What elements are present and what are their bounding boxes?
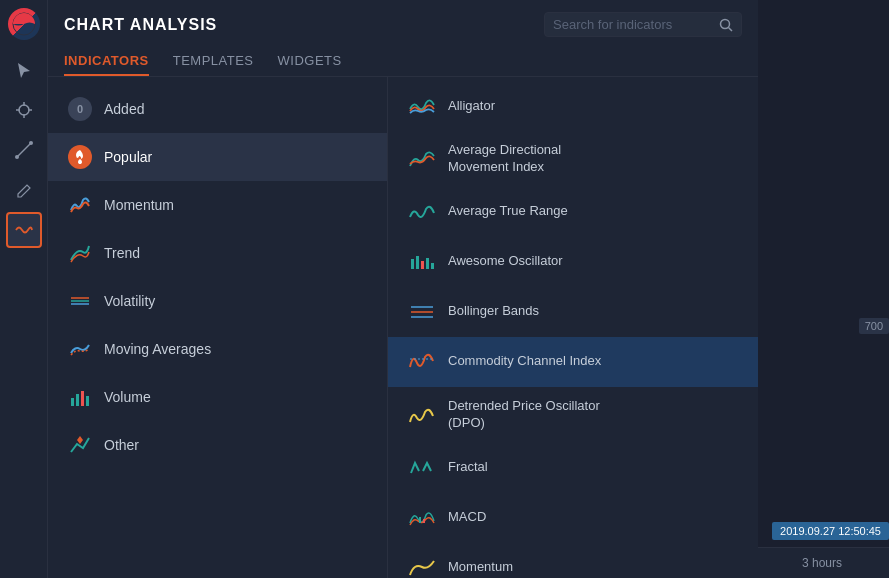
indicator-momentum[interactable]: Momentum — [388, 543, 758, 578]
category-popular-label: Popular — [104, 149, 152, 165]
cci-indicator-icon — [408, 348, 436, 376]
indicator-fractal[interactable]: Fractal — [388, 443, 758, 493]
popular-flame-icon — [68, 145, 92, 169]
momentum-indicator-icon — [408, 554, 436, 578]
svg-line-15 — [729, 27, 733, 31]
atr-indicator-icon — [408, 198, 436, 226]
crosshair-icon[interactable] — [6, 92, 42, 128]
indicator-bollinger[interactable]: Bollinger Bands — [388, 287, 758, 337]
momentum-label: Momentum — [448, 559, 513, 576]
chart-right-panel: 700 2019.09.27 12:50:45 3 hours — [754, 0, 889, 578]
svg-rect-20 — [76, 394, 79, 406]
fractal-label: Fractal — [448, 459, 488, 476]
svg-rect-24 — [411, 259, 414, 269]
category-volatility-label: Volatility — [104, 293, 155, 309]
fractal-indicator-icon — [408, 454, 436, 482]
added-count-badge: 0 — [68, 97, 92, 121]
svg-rect-22 — [86, 396, 89, 406]
svg-point-12 — [15, 155, 19, 159]
svg-point-14 — [721, 19, 730, 28]
hours-label: 3 hours — [755, 547, 889, 578]
wave-icon[interactable] — [6, 212, 42, 248]
price-label: 700 — [859, 318, 889, 334]
search-icon — [719, 18, 733, 32]
line-tool-icon[interactable] — [6, 132, 42, 168]
svg-rect-27 — [426, 258, 429, 269]
svg-rect-26 — [421, 261, 424, 269]
svg-line-11 — [17, 143, 31, 157]
momentum-icon — [68, 193, 92, 217]
category-other-label: Other — [104, 437, 139, 453]
indicator-atr[interactable]: Average True Range — [388, 187, 758, 237]
category-momentum-label: Momentum — [104, 197, 174, 213]
indicator-dpo[interactable]: Detrended Price Oscillator(DPO) — [388, 387, 758, 443]
macd-label: MACD — [448, 509, 486, 526]
svg-rect-33 — [419, 517, 421, 523]
svg-rect-21 — [81, 391, 84, 406]
adx-indicator-icon — [408, 145, 436, 173]
atr-label: Average True Range — [448, 203, 568, 220]
bollinger-label: Bollinger Bands — [448, 303, 539, 320]
category-moving-averages-label: Moving Averages — [104, 341, 211, 357]
dpo-label: Detrended Price Oscillator(DPO) — [448, 398, 600, 432]
bollinger-indicator-icon — [408, 298, 436, 326]
content-area: 0 Added Popular — [48, 77, 758, 578]
indicator-alligator[interactable]: Alligator — [388, 81, 758, 131]
pencil-icon[interactable] — [6, 172, 42, 208]
category-popular[interactable]: Popular — [48, 133, 387, 181]
panel-title: CHART ANALYSIS — [64, 16, 217, 34]
adx-label: Average DirectionalMovement Index — [448, 142, 561, 176]
svg-rect-28 — [431, 263, 434, 269]
search-input[interactable] — [553, 17, 713, 32]
svg-point-13 — [29, 141, 33, 145]
category-added[interactable]: 0 Added — [48, 85, 387, 133]
datetime-label: 2019.09.27 12:50:45 — [772, 522, 889, 540]
dpo-indicator-icon — [408, 401, 436, 429]
svg-rect-34 — [423, 519, 425, 523]
svg-marker-23 — [77, 436, 83, 444]
indicator-macd[interactable]: MACD — [388, 493, 758, 543]
macd-indicator-icon — [408, 504, 436, 532]
main-panel: CHART ANALYSIS INDICATORS TEMPLATES WIDG… — [48, 0, 758, 578]
volume-icon — [68, 385, 92, 409]
tab-indicators[interactable]: INDICATORS — [64, 47, 149, 76]
category-volume-label: Volume — [104, 389, 151, 405]
moving-avg-icon — [68, 337, 92, 361]
svg-point-6 — [19, 105, 29, 115]
cci-label: Commodity Channel Index — [448, 353, 601, 370]
category-volatility[interactable]: Volatility — [48, 277, 387, 325]
panel-header: CHART ANALYSIS INDICATORS TEMPLATES WIDG… — [48, 0, 758, 77]
category-momentum[interactable]: Momentum — [48, 181, 387, 229]
category-trend[interactable]: Trend — [48, 229, 387, 277]
indicator-ao[interactable]: Awesome Oscillator — [388, 237, 758, 287]
tab-templates[interactable]: TEMPLATES — [173, 47, 254, 76]
indicator-adx[interactable]: Average DirectionalMovement Index — [388, 131, 758, 187]
indicators-panel: Alligator Average DirectionalMovement In… — [388, 77, 758, 578]
alligator-indicator-icon — [408, 92, 436, 120]
tab-widgets[interactable]: WIDGETS — [278, 47, 342, 76]
svg-rect-19 — [71, 398, 74, 406]
category-moving-averages[interactable]: Moving Averages — [48, 325, 387, 373]
cursor-icon[interactable] — [6, 52, 42, 88]
other-icon — [68, 433, 92, 457]
tab-navigation: INDICATORS TEMPLATES WIDGETS — [64, 47, 742, 76]
category-added-label: Added — [104, 101, 144, 117]
alligator-label: Alligator — [448, 98, 495, 115]
left-sidebar — [0, 0, 48, 578]
category-volume[interactable]: Volume — [48, 373, 387, 421]
svg-rect-25 — [416, 256, 419, 269]
search-bar[interactable] — [544, 12, 742, 37]
header-top: CHART ANALYSIS — [64, 12, 742, 37]
trend-icon — [68, 241, 92, 265]
category-other[interactable]: Other — [48, 421, 387, 469]
categories-panel: 0 Added Popular — [48, 77, 388, 578]
ao-label: Awesome Oscillator — [448, 253, 563, 270]
volatility-icon — [68, 289, 92, 313]
indicator-cci[interactable]: Commodity Channel Index — [388, 337, 758, 387]
ao-indicator-icon — [408, 248, 436, 276]
category-trend-label: Trend — [104, 245, 140, 261]
flag-icon — [8, 8, 40, 40]
